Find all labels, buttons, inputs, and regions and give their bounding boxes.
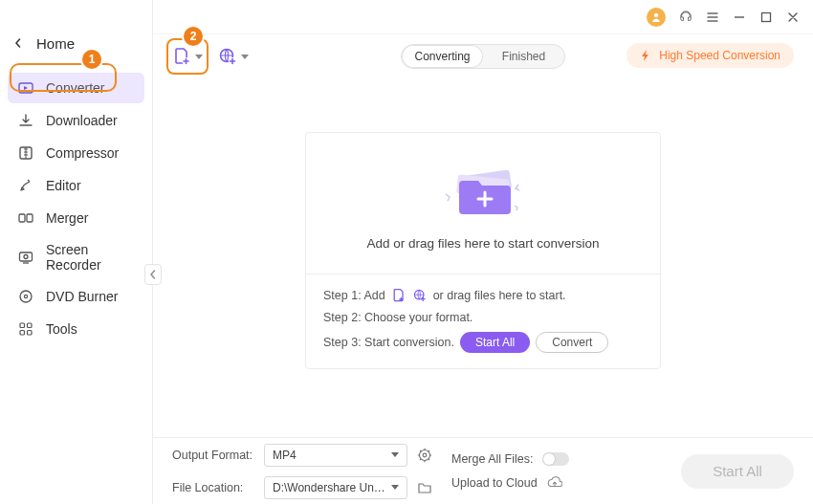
svg-rect-3 [27, 214, 33, 222]
menu-icon[interactable] [706, 11, 719, 24]
tools-icon [17, 320, 34, 338]
file-location-label: File Location: [172, 481, 254, 494]
editor-icon [17, 177, 34, 194]
sidebar-item-screen-recorder[interactable]: Screen Recorder [8, 235, 144, 279]
svg-rect-2 [19, 214, 25, 222]
status-tabs: Converting Finished [401, 44, 565, 69]
output-settings: Output Format: MP4 File Location: D:\Won… [172, 444, 432, 499]
convert-pill[interactable]: Convert [536, 332, 608, 353]
upload-row: Upload to Cloud [451, 475, 569, 491]
main-area: 2 Converting Finished High Speed Convers… [153, 0, 813, 504]
svg-rect-13 [762, 12, 771, 21]
sidebar-nav: Converter Downloader Compressor Editor [8, 73, 144, 344]
avatar[interactable] [647, 8, 666, 27]
dvd-burner-icon [17, 288, 34, 305]
sidebar-item-label: Tools [46, 321, 77, 337]
svg-point-5 [24, 255, 28, 259]
workspace: Add or drag files here to start conversi… [153, 78, 813, 437]
step-3: Step 3: Start conversion. Start All Conv… [323, 332, 643, 353]
drop-zone[interactable]: Add or drag files here to start conversi… [306, 133, 660, 274]
sidebar-item-label: Editor [46, 178, 81, 193]
output-format-label: Output Format: [172, 449, 254, 462]
svg-rect-10 [20, 331, 25, 336]
step1-pre: Step 1: Add [323, 289, 385, 302]
drop-panel: Add or drag files here to start conversi… [305, 132, 661, 369]
svg-rect-8 [20, 323, 25, 328]
start-all-button[interactable]: Start All [681, 454, 794, 489]
folder-plus-icon [430, 156, 536, 223]
chevron-down-icon [391, 452, 399, 457]
add-url-button[interactable] [218, 41, 249, 72]
annotation-badge-1: 1 [82, 50, 101, 69]
sidebar-item-converter[interactable]: Converter [8, 73, 144, 103]
step3-text: Step 3: Start conversion. [323, 336, 454, 349]
annotation-badge-2: 2 [184, 27, 203, 46]
svg-rect-11 [28, 331, 33, 336]
close-button[interactable] [786, 11, 800, 24]
back-home-label: Home [36, 35, 75, 52]
step-2: Step 2: Choose your format. [323, 311, 643, 324]
output-format-value: MP4 [273, 449, 297, 462]
add-file-icon [172, 47, 191, 66]
svg-point-7 [24, 295, 27, 297]
start-all-pill[interactable]: Start All [460, 332, 530, 353]
sidebar: Home Converter Downloader Compressor [0, 0, 153, 504]
merge-toggle[interactable] [542, 452, 569, 466]
svg-rect-9 [28, 323, 33, 328]
add-url-icon [412, 288, 428, 303]
add-file-icon [391, 288, 406, 303]
high-speed-label: High Speed Conversion [659, 49, 780, 62]
extra-settings: Merge All Files: Upload to Cloud [451, 452, 569, 491]
sidebar-item-downloader[interactable]: Downloader [8, 105, 144, 136]
svg-point-6 [20, 291, 32, 302]
open-folder-icon[interactable] [417, 480, 432, 495]
sidebar-item-editor[interactable]: Editor [8, 170, 144, 201]
minimize-button[interactable] [733, 11, 746, 24]
bottom-bar: Output Format: MP4 File Location: D:\Won… [153, 437, 813, 504]
sidebar-item-label: Merger [46, 210, 88, 226]
chevron-down-icon [391, 485, 399, 490]
toolbar: 2 Converting Finished High Speed Convers… [153, 34, 813, 78]
sidebar-item-dvd-burner[interactable]: DVD Burner [8, 281, 144, 312]
file-location-select[interactable]: D:\Wondershare UniConverter 1 [264, 476, 407, 499]
add-file-button[interactable] [172, 41, 203, 72]
sidebar-item-label: Screen Recorder [46, 242, 135, 273]
step1-post: or drag files here to start. [433, 289, 566, 302]
file-location-value: D:\Wondershare UniConverter 1 [273, 481, 387, 494]
output-format-row: Output Format: MP4 [172, 444, 432, 467]
back-home[interactable]: Home [8, 31, 144, 67]
tab-converting[interactable]: Converting [402, 45, 483, 68]
cloud-upload-icon[interactable] [547, 475, 562, 491]
output-settings-icon[interactable] [417, 448, 432, 463]
svg-point-12 [654, 12, 658, 16]
sidebar-item-label: DVD Burner [46, 289, 118, 304]
high-speed-conversion-button[interactable]: High Speed Conversion [626, 43, 794, 68]
app-window: Home Converter Downloader Compressor [0, 0, 813, 504]
file-location-row: File Location: D:\Wondershare UniConvert… [172, 476, 432, 499]
steps-area: Step 1: Add or drag files here to start.… [306, 274, 660, 368]
compressor-icon [17, 144, 34, 162]
sidebar-item-compressor[interactable]: Compressor [8, 138, 144, 168]
maximize-button[interactable] [759, 11, 773, 24]
downloader-icon [17, 112, 34, 129]
converter-icon [17, 79, 34, 97]
sidebar-item-label: Downloader [46, 113, 118, 128]
support-icon[interactable] [679, 11, 692, 24]
sidebar-item-tools[interactable]: Tools [8, 314, 144, 344]
add-url-icon [218, 47, 237, 66]
tab-finished[interactable]: Finished [483, 45, 564, 68]
user-icon [650, 11, 662, 23]
sidebar-item-merger[interactable]: Merger [8, 203, 144, 233]
step-1: Step 1: Add or drag files here to start. [323, 288, 643, 303]
drop-message: Add or drag files here to start conversi… [366, 236, 599, 251]
chevron-left-icon [13, 34, 23, 52]
svg-point-21 [423, 453, 427, 457]
titlebar [153, 0, 813, 34]
merger-icon [17, 209, 34, 227]
sidebar-item-label: Converter [46, 80, 104, 96]
output-format-select[interactable]: MP4 [264, 444, 407, 467]
merge-label: Merge All Files: [451, 452, 533, 466]
upload-label: Upload to Cloud [451, 476, 538, 490]
svg-rect-4 [20, 252, 33, 261]
bolt-icon [640, 50, 651, 61]
